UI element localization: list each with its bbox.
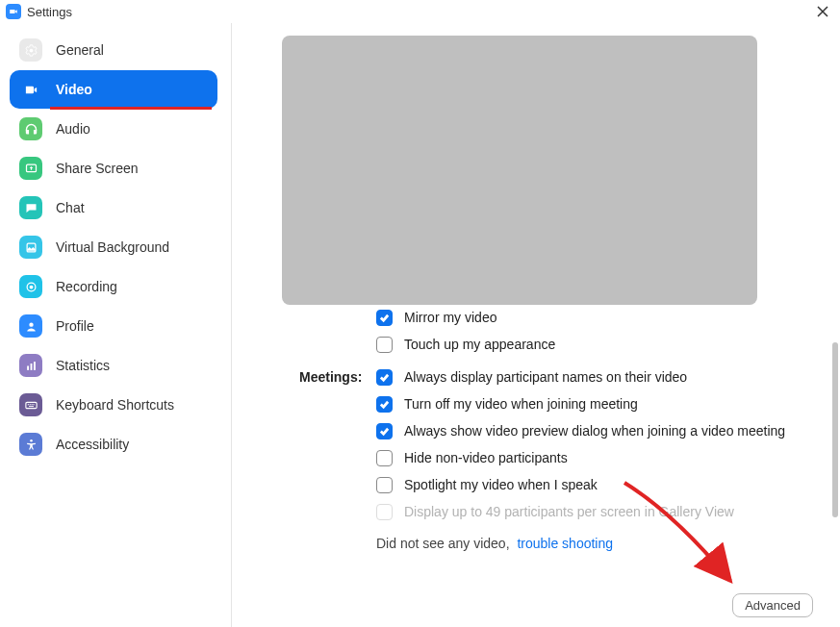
svg-point-15 <box>30 439 33 441</box>
no-video-text: Did not see any video, <box>376 536 510 551</box>
sidebar-item-profile[interactable]: Profile <box>10 307 217 345</box>
svg-point-4 <box>29 285 33 288</box>
option-label: Hide non-video participants <box>404 450 568 466</box>
share-screen-icon <box>19 157 42 180</box>
chat-icon <box>19 196 42 219</box>
headphones-icon <box>19 117 42 140</box>
svg-rect-8 <box>34 362 36 370</box>
option-show-preview[interactable]: Always show video preview dialog when jo… <box>376 423 785 439</box>
video-icon <box>19 78 42 101</box>
checkbox-icon <box>376 504 393 520</box>
svg-rect-14 <box>29 406 34 407</box>
svg-rect-7 <box>30 364 32 370</box>
option-turn-off-video[interactable]: Turn off my video when joining meeting <box>376 396 638 413</box>
video-preview <box>282 36 757 305</box>
recording-icon <box>19 275 42 298</box>
sidebar-item-label: Recording <box>56 279 117 294</box>
sidebar-item-label: General <box>56 42 104 58</box>
svg-rect-11 <box>29 404 30 405</box>
virtual-background-icon <box>19 236 42 259</box>
sidebar-item-audio[interactable]: Audio <box>10 110 217 148</box>
sidebar-item-statistics[interactable]: Statistics <box>10 346 217 385</box>
troubleshoot-link[interactable]: trouble shooting <box>517 536 613 551</box>
checkbox-icon[interactable] <box>376 450 393 466</box>
svg-point-0 <box>29 48 33 52</box>
checkbox-icon[interactable] <box>376 310 393 326</box>
advanced-button[interactable]: Advanced <box>732 593 813 617</box>
option-spotlight[interactable]: Spotlight my video when I speak <box>376 477 598 493</box>
option-touch-up[interactable]: Touch up my appearance <box>376 337 555 353</box>
svg-rect-12 <box>31 404 32 405</box>
checkbox-icon[interactable] <box>376 396 393 413</box>
sidebar-item-general[interactable]: General <box>10 31 217 69</box>
sidebar-item-recording[interactable]: Recording <box>10 267 217 306</box>
annotation-arrow <box>617 475 751 600</box>
settings-sidebar: General Video Audio Share Screen Chat <box>0 23 232 627</box>
close-button[interactable] <box>811 2 834 21</box>
statistics-icon <box>19 354 42 377</box>
option-mirror-video[interactable]: Mirror my video <box>376 310 496 326</box>
option-49-participants: Display up to 49 participants per screen… <box>376 504 734 520</box>
section-label-meetings: Meetings: <box>299 369 362 385</box>
sidebar-item-video[interactable]: Video <box>10 70 217 109</box>
svg-rect-10 <box>27 404 28 405</box>
svg-point-5 <box>29 322 33 326</box>
sidebar-item-label: Profile <box>56 318 94 334</box>
sidebar-item-label: Accessibility <box>56 437 129 452</box>
sidebar-item-chat[interactable]: Chat <box>10 188 217 227</box>
scrollbar-thumb[interactable] <box>832 342 838 517</box>
sidebar-item-label: Video <box>56 82 92 97</box>
option-label: Always display participant names on thei… <box>404 369 687 386</box>
sidebar-item-label: Virtual Background <box>56 239 169 255</box>
option-label: Mirror my video <box>404 310 496 326</box>
sidebar-item-label: Statistics <box>56 358 110 373</box>
svg-rect-6 <box>27 365 29 369</box>
option-hide-nonvideo[interactable]: Hide non-video participants <box>376 450 568 466</box>
keyboard-icon <box>19 393 42 416</box>
sidebar-item-share-screen[interactable]: Share Screen <box>10 149 217 188</box>
sidebar-item-label: Audio <box>56 121 90 137</box>
settings-content: Mirror my video Touch up my appearance M… <box>232 23 840 627</box>
app-logo-icon <box>6 4 21 19</box>
option-label: Display up to 49 participants per screen… <box>404 504 734 520</box>
sidebar-item-keyboard-shortcuts[interactable]: Keyboard Shortcuts <box>10 386 217 424</box>
checkbox-icon[interactable] <box>376 423 393 439</box>
option-display-names[interactable]: Always display participant names on thei… <box>376 369 687 386</box>
option-label: Turn off my video when joining meeting <box>404 396 638 413</box>
accessibility-icon <box>19 433 42 456</box>
sidebar-item-label: Keyboard Shortcuts <box>56 397 174 413</box>
sidebar-item-label: Share Screen <box>56 161 139 176</box>
svg-rect-9 <box>25 402 36 408</box>
sidebar-item-accessibility[interactable]: Accessibility <box>10 425 217 464</box>
sidebar-item-label: Chat <box>56 200 85 215</box>
gear-icon <box>19 38 42 62</box>
no-video-help: Did not see any video, trouble shooting <box>376 536 613 551</box>
svg-rect-13 <box>33 404 34 405</box>
window-title: Settings <box>27 5 72 19</box>
checkbox-icon[interactable] <box>376 369 393 386</box>
option-label: Always show video preview dialog when jo… <box>404 423 785 439</box>
profile-icon <box>19 314 42 338</box>
option-label: Touch up my appearance <box>404 337 555 353</box>
checkbox-icon[interactable] <box>376 477 393 493</box>
sidebar-item-virtual-background[interactable]: Virtual Background <box>10 228 217 266</box>
checkbox-icon[interactable] <box>376 337 393 353</box>
option-label: Spotlight my video when I speak <box>404 477 598 493</box>
